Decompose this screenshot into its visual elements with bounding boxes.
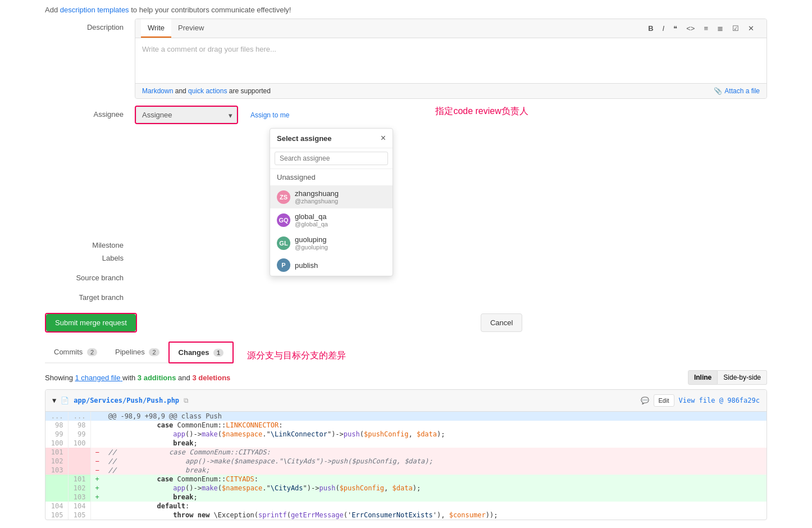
attach-file-btn[interactable]: 📎 Attach a file xyxy=(714,87,760,95)
assignee-label: Assignee xyxy=(45,106,135,119)
content-100: break; xyxy=(104,439,767,448)
cancel-btn[interactable]: Cancel xyxy=(481,313,522,332)
assignee-select[interactable]: Assignee xyxy=(136,107,237,123)
old-line-102: 102 xyxy=(45,457,68,466)
target-branch-label: Target branch xyxy=(45,289,135,302)
changes-label: Changes xyxy=(179,348,209,357)
table-row: 99 99 app()->make($namespace."\LinkConne… xyxy=(45,430,767,439)
table-row: 101 + case CommonEnum::CITYADS: xyxy=(45,475,767,484)
markdown-link[interactable]: Markdown xyxy=(142,87,173,95)
diff-file-header: ▼ 📄 app/Services/Push/Push.php ⧉ 💬 Edit … xyxy=(45,390,767,412)
user-info-guoluping: guoluping @guoluping xyxy=(295,235,328,251)
task-btn[interactable]: ☑ xyxy=(730,23,741,34)
editor-placeholder: Write a comment or drag your files here.… xyxy=(142,45,276,53)
username-guoluping: guoluping xyxy=(295,235,328,244)
side-by-side-view-btn[interactable]: Side-by-side xyxy=(718,370,767,385)
marker-101-add: + xyxy=(90,475,104,484)
marker-98 xyxy=(90,421,104,430)
expand-icon[interactable]: ▼ xyxy=(52,397,56,404)
and-text: and xyxy=(175,87,188,95)
avatar-global-qa: GQ xyxy=(277,213,290,227)
supported-text: are supported xyxy=(229,87,271,95)
pipelines-tab[interactable]: Pipelines 2 xyxy=(106,342,168,363)
description-label: Description xyxy=(45,19,135,31)
content-98: case CommonEnum::LINKCONNECTOR: xyxy=(104,421,767,430)
submit-merge-request-btn[interactable]: Submit merge request xyxy=(46,314,136,331)
user-info-global-qa: global_qa @global_qa xyxy=(295,212,328,227)
diff-file-actions: 💬 Edit View file @ 986fa29c xyxy=(641,394,760,407)
content-101-rem: // case CommonEnum::CITYADS: xyxy=(104,448,767,457)
italic-btn[interactable]: I xyxy=(660,23,667,34)
content-102-add: app()->make($namespace."\CityAds")->push… xyxy=(104,484,767,493)
submit-row: Submit merge request Cancel xyxy=(0,308,812,337)
handle-guoluping: @guoluping xyxy=(295,244,328,251)
hunk-marker xyxy=(90,412,104,421)
changes-tab[interactable]: Changes 1 xyxy=(168,342,234,363)
username-global-qa: global_qa xyxy=(295,212,328,221)
pipelines-label: Pipelines xyxy=(115,348,145,356)
user-info-publish: publish xyxy=(295,261,318,270)
old-line-103: 103 xyxy=(45,466,68,475)
marker-99 xyxy=(90,430,104,439)
user-publish[interactable]: P publish xyxy=(270,254,393,276)
new-line-103-add: 103 xyxy=(68,493,90,502)
hunk-new-num: ... xyxy=(68,412,90,421)
handle-global-qa: @global_qa xyxy=(295,221,328,227)
table-row: 105 105 throw new \Exception(sprintf(get… xyxy=(45,511,767,520)
view-file-link[interactable]: View file @ 986fa29c xyxy=(679,397,760,404)
ol-btn[interactable]: ≣ xyxy=(715,23,726,34)
user-global-qa[interactable]: GQ global_qa @global_qa xyxy=(270,208,393,231)
code-btn[interactable]: <> xyxy=(684,23,697,34)
source-branch-form-row: Source branch xyxy=(45,269,767,282)
editor-toolbar: B I ❝ <> ≡ ≣ ☑ ✕ xyxy=(641,21,761,36)
changes-section: Commits 2 Pipelines 2 Changes 1 源分支与目标分支… xyxy=(0,342,812,520)
marker-102-add: + xyxy=(90,484,104,493)
diff-table: ... ... @@ -98,9 +98,9 @@ class Push 98 … xyxy=(45,412,767,520)
hunk-content: @@ -98,9 +98,9 @@ class Push xyxy=(104,412,767,421)
edit-file-btn[interactable]: Edit xyxy=(654,394,674,407)
avatar-publish: P xyxy=(277,258,290,272)
assignee-select-border: Assignee ▾ Select assignee × xyxy=(135,106,238,124)
bold-btn[interactable]: B xyxy=(646,23,655,34)
handle-zhangshuang: @zhangshuang xyxy=(295,198,339,204)
marker-103-rem: − xyxy=(90,466,104,475)
inline-view-btn[interactable]: Inline xyxy=(688,370,718,385)
assign-to-me-link[interactable]: Assign to me xyxy=(250,111,289,119)
content-103-rem: // break; xyxy=(104,466,767,475)
tabs-row: Commits 2 Pipelines 2 Changes 1 源分支与目标分支… xyxy=(45,342,767,370)
assignee-select-wrapper: Assignee ▾ xyxy=(136,107,237,123)
old-line-101: 101 xyxy=(45,448,68,457)
template-prefix: Add xyxy=(45,6,58,14)
additions-count: 3 xyxy=(138,374,142,382)
comment-icon[interactable]: 💬 xyxy=(641,397,649,404)
unassigned-option[interactable]: Unassigned xyxy=(270,169,393,185)
user-guoluping[interactable]: GL guoluping @guoluping xyxy=(270,231,393,254)
search-assignee-input[interactable] xyxy=(275,152,388,165)
editor-tabs: Write Preview B I ❝ <> ≡ ≣ ☑ ✕ xyxy=(135,19,767,38)
changed-file-link[interactable]: 1 changed file xyxy=(75,374,123,382)
content-99: app()->make($namespace."\LinkConnector")… xyxy=(104,430,767,439)
new-line-101-add: 101 xyxy=(68,475,90,484)
dropdown-close-btn[interactable]: × xyxy=(381,133,386,143)
commits-tab[interactable]: Commits 2 xyxy=(45,342,106,363)
content-104: default: xyxy=(104,502,767,511)
editor-body[interactable]: Write a comment or drag your files here.… xyxy=(135,38,767,83)
close-editor-btn[interactable]: ✕ xyxy=(746,23,756,34)
preview-tab[interactable]: Preview xyxy=(171,19,211,38)
changed-file-label: changed file xyxy=(81,374,120,382)
quote-btn[interactable]: ❝ xyxy=(671,23,679,34)
new-line-98: 98 xyxy=(68,421,90,430)
ul-btn[interactable]: ≡ xyxy=(701,23,710,34)
labels-form-row: Labels xyxy=(45,249,767,262)
new-line-101-empty xyxy=(68,448,90,457)
copy-path-icon[interactable]: ⧉ xyxy=(184,397,189,404)
showing-prefix: Showing xyxy=(45,374,73,382)
write-tab[interactable]: Write xyxy=(141,19,171,38)
user-zhangshuang[interactable]: ZS zhangshuang @zhangshuang xyxy=(270,185,393,208)
new-line-102-add: 102 xyxy=(68,484,90,493)
source-branch-label: Source branch xyxy=(45,269,135,282)
template-link[interactable]: description templates xyxy=(60,6,129,14)
marker-100 xyxy=(90,439,104,448)
quick-actions-link[interactable]: quick actions xyxy=(188,87,227,95)
pipelines-count: 2 xyxy=(149,348,159,356)
